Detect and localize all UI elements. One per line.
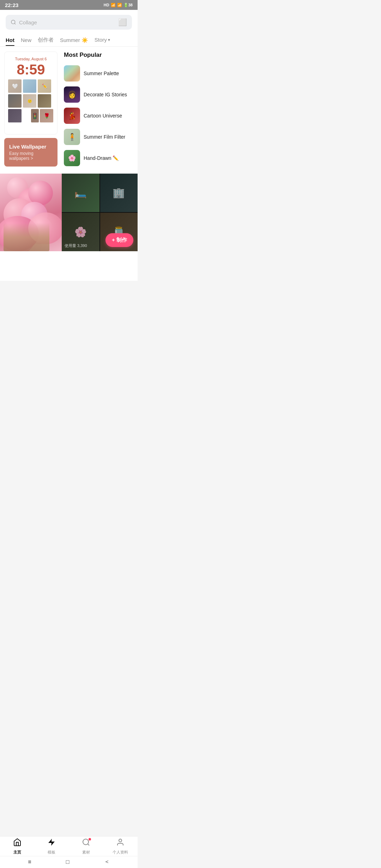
clock-widget[interactable]: Tuesday, August 6 8:59 🤍 ✏️ 🙂 🚦 🌹 [4,52,58,134]
clock-date: Tuesday, August 6 [8,57,54,61]
tab-story-more[interactable]: Story ▾ [95,37,110,43]
tab-summer[interactable]: Summer ☀️ [60,34,88,46]
heart-collage: 🤍 ✏️ 🙂 🚦 🌹 [8,79,54,131]
list-item[interactable]: 🧍 Summer Film Filter [64,126,133,147]
signal-icon: 📶 [111,3,116,7]
photo-collage-right[interactable]: 🛏️ 🏢 🌸 🫙 使用量 3,390 + 制作 [62,174,138,251]
cartoon-label: Cartoon Universe [84,113,122,119]
hand-drawn-thumb: 🌸 [64,150,80,166]
tabs-bar: Hot New 创作者 Summer ☀️ Story ▾ [0,33,138,47]
search-icon [11,19,16,25]
status-icons: HD 📶 📶 🔋38 [104,3,133,7]
collage-photo-3: ✏️ [38,79,51,93]
live-wallpaper-banner[interactable]: Live Wallpaper Easy moving wallpapers > [4,138,58,167]
svg-point-0 [11,20,15,24]
live-wallpaper-subtitle: Easy moving wallpapers > [9,151,53,161]
live-wallpaper-title: Live Wallpaper [9,144,53,150]
right-column: Most Popular Summer Palette 👩 Decorate I… [62,47,138,174]
cartoon-thumb: 💃 [64,108,80,124]
collage-photo-1: 🤍 [8,79,22,93]
hand-drawn-label: Hand-Drawn ✏️ [84,155,119,161]
tab-creator[interactable]: 创作者 [38,33,54,46]
create-button[interactable]: + 制作 [105,233,133,247]
search-placeholder[interactable]: Collage [19,19,115,25]
popular-list: Summer Palette 👩 Decorate IG Stories 💃 C… [64,63,133,169]
hd-badge: HD [104,3,109,7]
dark-cell-1: 🛏️ [62,174,99,212]
usage-badge: 使用量 3,390 [65,243,87,248]
list-item[interactable]: 💃 Cartoon Universe [64,105,133,126]
battery-icon: 🔋38 [123,3,133,7]
decorate-ig-label: Decorate IG Stories [84,92,127,97]
most-popular-title: Most Popular [64,52,133,59]
create-label: + 制作 [112,237,127,243]
status-bar: 22:23 HD 📶 📶 🔋38 [0,0,138,10]
tab-hot[interactable]: Hot [6,34,14,46]
tab-new[interactable]: New [21,34,31,46]
collage-photo-4 [8,94,22,108]
search-bar: Collage ⬜ [0,10,138,33]
collage-photo-5: 🙂 [23,94,36,108]
list-item[interactable]: Summer Palette [64,63,133,84]
collage-photo-8: 🚦 [31,109,39,122]
decorate-ig-thumb: 👩 [64,86,80,103]
summer-film-thumb: 🧍 [64,129,80,145]
summer-film-label: Summer Film Filter [84,134,125,140]
list-item[interactable]: 👩 Decorate IG Stories [64,84,133,105]
status-time: 22:23 [5,2,18,8]
scan-icon[interactable]: ⬜ [118,18,127,26]
collage-photo-9: 🌹 [40,109,53,122]
collage-photo-7 [8,109,22,122]
chevron-down-icon: ▾ [108,37,110,42]
left-column: Tuesday, August 6 8:59 🤍 ✏️ 🙂 🚦 🌹 [0,47,62,174]
wifi-icon: 📶 [117,3,122,7]
collage-photo-6 [38,94,51,108]
main-content: Collage ⬜ Hot New 创作者 Summer ☀️ Story ▾ … [0,10,138,281]
content-area: Tuesday, August 6 8:59 🤍 ✏️ 🙂 🚦 🌹 [0,47,138,174]
bottom-images-area: 🛏️ 🏢 🌸 🫙 使用量 3,390 + 制作 [0,174,138,251]
list-item[interactable]: 🌸 Hand-Drawn ✏️ [64,147,133,169]
summer-palette-thumb [64,65,80,82]
dark-cell-2: 🏢 [100,174,138,212]
collage-photo-2 [23,79,36,93]
search-input-wrap[interactable]: Collage ⬜ [6,15,132,30]
flower-image[interactable] [0,174,62,251]
clock-time: 8:59 [8,62,54,77]
summer-palette-label: Summer Palette [84,71,119,76]
